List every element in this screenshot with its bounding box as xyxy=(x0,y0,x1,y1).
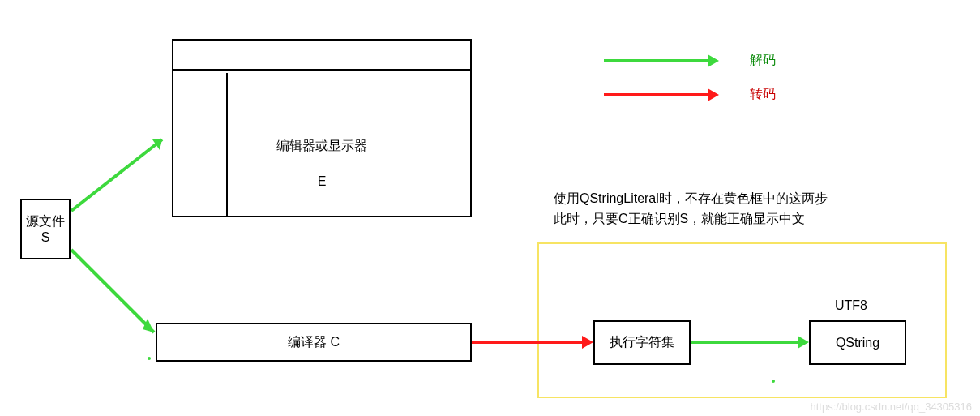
svg-marker-1 xyxy=(152,139,162,150)
node-charset: 执行字符集 xyxy=(593,320,691,365)
editor-titlebar-divider xyxy=(172,69,472,71)
arrow-charset-to-qstring xyxy=(691,341,799,344)
arrow-compiler-to-charset xyxy=(472,341,584,344)
dot-1 xyxy=(148,357,151,360)
node-editor: 编辑器或显示器 E xyxy=(172,39,472,217)
watermark: https://blog.csdn.net/qq_34305316 xyxy=(811,401,973,413)
legend-transcode-arrowhead xyxy=(708,88,719,101)
legend-decode-label: 解码 xyxy=(750,52,776,69)
node-qstring: QString xyxy=(809,320,906,365)
note-line1: 使用QStringLiteral时，不存在黄色框中的这两步 xyxy=(554,191,828,208)
node-compiler: 编译器 C xyxy=(156,323,472,362)
node-qstring-header: UTF8 xyxy=(835,298,867,313)
node-qstring-label: QString xyxy=(836,336,879,350)
svg-line-0 xyxy=(71,139,162,211)
dot-2 xyxy=(772,380,775,383)
legend-transcode-label: 转码 xyxy=(750,86,776,103)
node-charset-label: 执行字符集 xyxy=(610,334,674,351)
arrow-compiler-to-charset-head xyxy=(582,336,593,349)
legend-decode-line xyxy=(604,59,709,62)
node-source-label1: 源文件 xyxy=(26,213,65,230)
node-editor-label2: E xyxy=(173,174,470,189)
svg-line-2 xyxy=(71,250,154,332)
arrow-charset-to-qstring-head xyxy=(798,336,809,349)
node-source-label2: S xyxy=(41,230,50,245)
legend-decode-arrowhead xyxy=(708,54,719,67)
node-editor-label1: 编辑器或显示器 xyxy=(173,138,470,155)
node-source: 源文件 S xyxy=(20,199,71,259)
node-compiler-label: 编译器 C xyxy=(288,334,340,351)
svg-marker-3 xyxy=(143,319,154,332)
note-line2: 此时，只要C正确识别S，就能正确显示中文 xyxy=(554,211,805,228)
legend-transcode-line xyxy=(604,93,709,96)
arrow-source-to-compiler xyxy=(0,0,178,357)
